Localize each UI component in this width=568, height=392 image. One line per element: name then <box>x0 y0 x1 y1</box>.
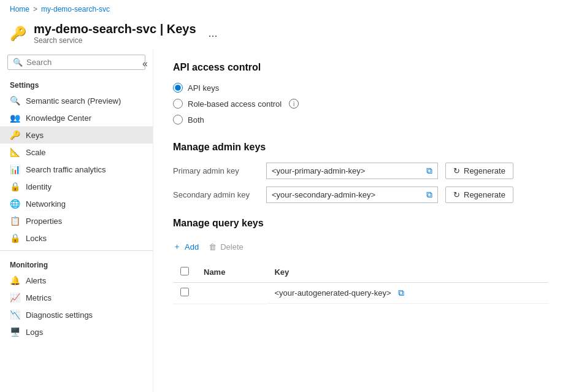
page-header: 🔑 my-demo-search-svc | Keys Search servi… <box>0 18 568 50</box>
sidebar-item-label: Logs <box>26 328 43 337</box>
breadcrumb-current[interactable]: my-demo-search-svc <box>41 5 110 13</box>
search-icon: 🔍 <box>13 58 23 67</box>
metrics-icon: 📈 <box>10 293 20 302</box>
manage-query-keys-section: Manage query keys ＋ Add 🗑 Delete <box>173 218 548 304</box>
table-header-key: Key <box>267 262 548 283</box>
manage-query-keys-title: Manage query keys <box>173 218 548 229</box>
primary-key-copy-icon[interactable]: ⧉ <box>426 166 432 176</box>
query-key-value: <your-autogenerated-query-key> <box>274 288 391 298</box>
add-label: Add <box>185 242 199 252</box>
sidebar-item-label: Alerts <box>26 276 46 285</box>
sidebar-item-diagnostic-settings[interactable]: 📉 Diagnostic settings <box>0 306 153 323</box>
page-subtitle: Search service <box>34 36 196 45</box>
properties-icon: 📋 <box>10 216 20 226</box>
key-icon: 🔑 <box>10 26 26 42</box>
api-access-control-title: API access control <box>173 62 548 73</box>
diagnostic-icon: 📉 <box>10 310 20 320</box>
collapse-sidebar-button[interactable]: « <box>137 56 153 72</box>
delete-label: Delete <box>220 242 244 252</box>
search-bar[interactable]: 🔍 <box>7 55 145 70</box>
sidebar-item-label: Knowledge Center <box>26 113 91 123</box>
secondary-key-copy-icon[interactable]: ⧉ <box>426 190 432 200</box>
query-key-copy-icon[interactable]: ⧉ <box>398 288 404 298</box>
regenerate-label-2: Regenerate <box>464 190 505 199</box>
sidebar-item-label: Properties <box>26 217 62 226</box>
alerts-icon: 🔔 <box>10 275 20 285</box>
locks-icon: 🔒 <box>10 233 20 243</box>
analytics-icon: 📊 <box>10 164 20 174</box>
settings-section-label: Settings <box>0 75 153 92</box>
sidebar-item-label: Diagnostic settings <box>26 310 93 320</box>
breadcrumb-separator: > <box>33 5 37 13</box>
breadcrumb: Home > my-demo-search-svc <box>0 0 568 18</box>
logs-icon: 🖥️ <box>10 327 20 337</box>
sidebar-item-logs[interactable]: 🖥️ Logs <box>0 323 153 340</box>
api-keys-radio[interactable] <box>173 83 183 93</box>
query-keys-table: Name Key <your-autogenerated-query-key> … <box>173 262 548 304</box>
sidebar-item-semantic-search[interactable]: 🔍 Semantic search (Preview) <box>0 92 153 109</box>
row-checkbox[interactable] <box>180 288 189 296</box>
api-keys-label: API keys <box>188 83 219 93</box>
networking-icon: 🌐 <box>10 199 20 209</box>
info-icon[interactable]: i <box>289 99 299 109</box>
sidebar-item-networking[interactable]: 🌐 Networking <box>0 195 153 212</box>
sidebar-item-metrics[interactable]: 📈 Metrics <box>0 289 153 306</box>
sidebar-item-search-traffic-analytics[interactable]: 📊 Search traffic analytics <box>0 161 153 178</box>
table-header-checkbox <box>173 262 196 283</box>
both-label: Both <box>188 115 204 125</box>
sidebar-item-identity[interactable]: 🔒 Identity <box>0 178 153 195</box>
row-key-cell: <your-autogenerated-query-key> ⧉ <box>267 283 548 304</box>
sidebar-item-knowledge-center[interactable]: 👥 Knowledge Center <box>0 109 153 126</box>
sidebar-item-properties[interactable]: 📋 Properties <box>0 212 153 229</box>
both-radio[interactable] <box>173 115 183 125</box>
secondary-key-label: Secondary admin key <box>173 190 259 199</box>
row-checkbox-cell <box>173 283 196 304</box>
table-header-name: Name <box>196 262 267 283</box>
secondary-key-input: <your-secondary-admin-key> ⧉ <box>266 186 438 203</box>
secondary-regenerate-button[interactable]: ↻ Regenerate <box>445 186 513 203</box>
keys-icon: 🔑 <box>10 130 20 140</box>
breadcrumb-home[interactable]: Home <box>10 5 29 13</box>
primary-key-row: Primary admin key <your-primary-admin-ke… <box>173 163 548 179</box>
add-icon: ＋ <box>173 241 181 252</box>
secondary-key-value: <your-secondary-admin-key> <box>272 190 421 199</box>
scale-icon: 📐 <box>10 147 20 157</box>
primary-regenerate-button[interactable]: ↻ Regenerate <box>445 163 513 179</box>
monitoring-section-label: Monitoring <box>0 255 153 272</box>
sidebar-divider <box>0 250 153 251</box>
knowledge-center-icon: 👥 <box>10 113 20 123</box>
sidebar-item-label: Scale <box>26 148 46 157</box>
regenerate-icon: ↻ <box>453 166 460 175</box>
sidebar-item-label: Keys <box>26 131 44 140</box>
delete-icon: 🗑 <box>209 242 217 252</box>
row-name-cell <box>196 283 267 304</box>
sidebar-item-label: Search traffic analytics <box>26 165 106 174</box>
table-row: <your-autogenerated-query-key> ⧉ <box>173 283 548 304</box>
regenerate-label: Regenerate <box>464 166 505 175</box>
sidebar-item-label: Semantic search (Preview) <box>26 96 121 106</box>
sidebar-item-alerts[interactable]: 🔔 Alerts <box>0 272 153 289</box>
sidebar-item-scale[interactable]: 📐 Scale <box>0 144 153 161</box>
sidebar-item-label: Locks <box>26 234 47 243</box>
primary-key-label: Primary admin key <box>173 166 259 175</box>
main-content: API access control API keys Role-based a… <box>153 50 568 392</box>
more-options-icon[interactable]: ... <box>209 27 218 40</box>
delete-query-key-button[interactable]: 🗑 Delete <box>209 240 244 254</box>
identity-icon: 🔒 <box>10 182 20 191</box>
search-input[interactable] <box>26 58 140 67</box>
page-title: my-demo-search-svc | Keys <box>34 22 196 36</box>
radio-row-role-based: Role-based access control i <box>173 99 548 109</box>
sidebar-item-label: Identity <box>26 182 52 191</box>
manage-admin-keys-title: Manage admin keys <box>173 142 548 153</box>
add-query-key-button[interactable]: ＋ Add <box>173 239 199 255</box>
sidebar-item-keys[interactable]: 🔑 Keys <box>0 126 153 144</box>
role-based-radio[interactable] <box>173 99 183 109</box>
secondary-key-row: Secondary admin key <your-secondary-admi… <box>173 186 548 203</box>
main-layout: 🔍 « Settings 🔍 Semantic search (Preview)… <box>0 50 568 392</box>
sidebar-item-locks[interactable]: 🔒 Locks <box>0 229 153 247</box>
regenerate-icon-2: ↻ <box>453 190 460 199</box>
sidebar: 🔍 « Settings 🔍 Semantic search (Preview)… <box>0 50 153 392</box>
primary-key-value: <your-primary-admin-key> <box>272 166 421 175</box>
semantic-search-icon: 🔍 <box>10 96 20 106</box>
select-all-checkbox[interactable] <box>180 267 189 275</box>
